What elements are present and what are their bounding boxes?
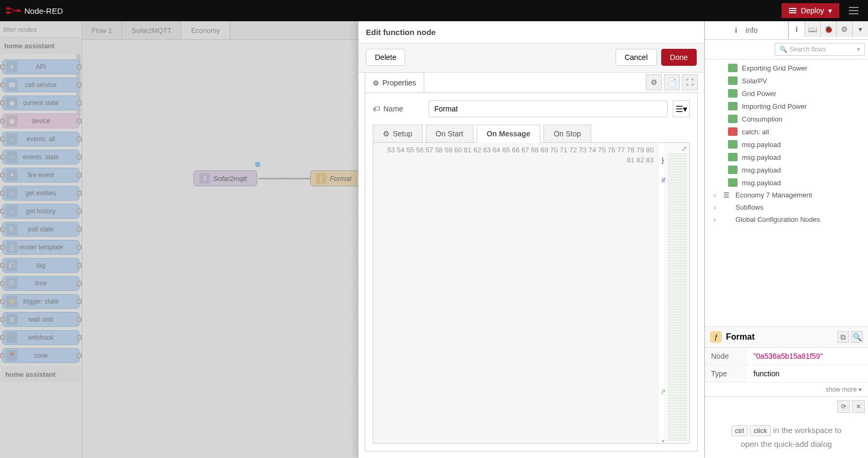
sidebar-tab-help-icon[interactable]: 📖 [804, 21, 820, 37]
deploy-button[interactable]: Deploy ▾ [782, 3, 839, 18]
env-icon[interactable]: ⚙ [646, 74, 662, 90]
palette-node-API[interactable]: ✈API [2, 59, 80, 74]
palette-node-label: API [3, 63, 79, 71]
code-minimap[interactable]: ⤢ [665, 143, 689, 443]
tree-item-label: Subflows [735, 203, 764, 211]
palette-node-current-state[interactable]: ◉current state [2, 96, 80, 110]
palette-node-label: current state [3, 99, 79, 107]
palette-node-trigger--state[interactable]: ⚡trigger: state [2, 294, 80, 309]
palette-node-label: webhook [3, 334, 79, 341]
node-icon-picker[interactable]: ☰▾ [673, 100, 690, 117]
palette-node-device[interactable]: ▣device [2, 114, 80, 128]
tree-expandable-item[interactable]: ›☰Economy 7 Management [705, 189, 868, 201]
palette-node-label: device [3, 117, 79, 125]
hint-text-2: open the quick-add dialog [741, 439, 832, 448]
sidebar-tab-debug-icon[interactable]: 🐞 [820, 21, 836, 37]
close-icon[interactable]: ✕ [852, 400, 865, 413]
sidebar-tab-info-icon[interactable]: i [788, 21, 804, 37]
copy-icon[interactable]: ⧉ [837, 331, 849, 343]
sidebar-tab-more-icon[interactable]: ▾ [852, 21, 868, 37]
palette-node-zone[interactable]: 📍zone [2, 348, 80, 363]
tree-node-item[interactable]: Grid Power [705, 87, 868, 100]
tree-item-label: Importing Grid Power [742, 102, 807, 110]
search-icon[interactable]: 🔍 [851, 331, 863, 343]
code-area[interactable]: } if (!blnError) { var currentDateTime =… [659, 143, 665, 443]
palette-node-time[interactable]: ⏱time [2, 276, 80, 291]
refresh-icon[interactable]: ⟳ [837, 400, 850, 413]
deploy-icon [789, 8, 796, 13]
tree-item-label: Global Configuration Nodes [735, 215, 820, 223]
tree-node-item[interactable]: Exporting Grid Power [705, 62, 868, 74]
edit-panel-body: 🏷Name ☰▾ ⚙Setup On Start On Message On S… [365, 92, 698, 452]
tab-sofar2mqtt[interactable]: Sofar2MQTT [122, 21, 181, 39]
flow-node-sofar2mqtt[interactable]: ⟫Sofar2mqtt [194, 170, 257, 186]
sidebar-tab-config-icon[interactable]: ⚙ [836, 21, 852, 37]
function-editor-tabs: ⚙Setup On Start On Message On Stop [373, 125, 690, 143]
app-title: Node-RED [24, 6, 63, 15]
sidebar-tabs: i info i 📖 🐞 ⚙ ▾ [705, 21, 868, 40]
tree-item-label: Economy 7 Management [735, 191, 812, 199]
palette-node-label: call service [3, 81, 79, 89]
palette-node-wait-until[interactable]: ⏸wait until [2, 312, 80, 327]
palette-node-label: wait until [3, 316, 79, 323]
palette-node-fire-event[interactable]: ✦fire event [2, 168, 80, 183]
chevron-down-icon: ▾ [828, 6, 832, 15]
tree-node-item[interactable]: msg.payload [705, 151, 868, 163]
main-menu-button[interactable] [845, 3, 863, 19]
cancel-button[interactable]: Cancel [616, 49, 657, 66]
tree-node-item[interactable]: SolarPV [705, 74, 868, 87]
done-button[interactable]: Done [661, 49, 697, 66]
palette-node-call-service[interactable]: ☎call service [2, 77, 80, 92]
tab-onstop[interactable]: On Stop [543, 125, 591, 143]
tab-economy[interactable]: Economy [181, 21, 230, 39]
tab-onstart[interactable]: On Start [426, 125, 474, 143]
node-badge-icon [728, 102, 738, 110]
tab-flow-1[interactable]: Flow 1 [82, 21, 122, 39]
tree-node-item[interactable]: msg.payload [705, 176, 868, 189]
palette-node-tag[interactable]: 🏷tag [2, 258, 80, 273]
expand-icon[interactable]: ⤢ [681, 145, 687, 153]
show-more-link[interactable]: show more ▾ [705, 383, 868, 396]
tree-node-item[interactable]: catch: all [705, 125, 868, 138]
tree-node-item[interactable]: msg.payload [705, 138, 868, 151]
palette-filter-input[interactable] [3, 25, 78, 33]
flow-node-label: Sofar2mqtt [213, 175, 247, 183]
tab-onmessage[interactable]: On Message [477, 125, 540, 143]
palette-node-webhook[interactable]: 🔗webhook [2, 330, 80, 345]
tree-item-label: Consumption [742, 115, 783, 123]
palette-node-get-history[interactable]: ⌕get history [2, 204, 80, 219]
delete-button[interactable]: Delete [366, 49, 405, 66]
code-editor[interactable]: 53 54 55 56 57 58 59 60 61 62 63 64 65 6… [373, 142, 690, 444]
tree-node-item[interactable]: Importing Grid Power [705, 100, 868, 113]
palette-node-label: get entities [3, 189, 79, 197]
tab-setup[interactable]: ⚙Setup [373, 125, 423, 143]
description-icon[interactable]: 📄 [664, 74, 680, 90]
tree-node-item[interactable]: Consumption [705, 113, 868, 125]
tag-icon: 🏷 [373, 105, 380, 113]
tree-item-label: catch: all [742, 128, 769, 136]
palette-node-label: poll state [3, 226, 79, 233]
flow-node-format[interactable]: ƒFormat [310, 170, 363, 186]
name-field[interactable] [428, 100, 668, 117]
palette-node-events--state[interactable]: →events: state [2, 150, 80, 165]
nodered-logo-icon [5, 5, 21, 16]
tree-item-label: msg.payload [742, 166, 781, 174]
node-badge-icon [728, 140, 738, 149]
palette-node-get-entities[interactable]: ⌕get entities [2, 186, 80, 201]
node-badge-icon [728, 127, 738, 136]
node-badge-icon [728, 178, 738, 187]
sidebar-tab-info[interactable]: i info [705, 21, 788, 39]
appearance-icon[interactable]: ⛶ [682, 74, 698, 90]
edit-function-panel: Edit function node Delete Cancel Done Pr… [358, 21, 704, 458]
search-flows-input[interactable]: 🔍 Search flows ▾ [775, 43, 865, 56]
palette-category-label[interactable]: home assistant [0, 38, 82, 54]
tree-node-item[interactable]: msg.payload [705, 163, 868, 176]
tree-expandable-item[interactable]: ›Global Configuration Nodes [705, 213, 868, 226]
tree-expandable-item[interactable]: ›Subflows [705, 201, 868, 213]
palette-node-render-template[interactable]: {}render template [2, 240, 80, 255]
tree-item-label: msg.payload [742, 141, 781, 149]
palette-node-events--all[interactable]: →events: all [2, 132, 80, 146]
properties-tab[interactable]: Properties [365, 72, 424, 92]
palette-node-poll-state[interactable]: ↻poll state [2, 222, 80, 237]
palette-category-label-2[interactable]: home assistant [1, 366, 81, 383]
